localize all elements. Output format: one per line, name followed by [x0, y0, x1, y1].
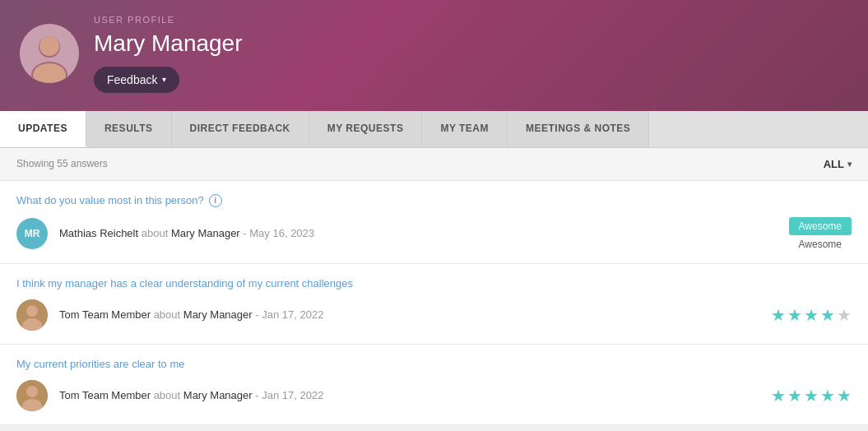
all-filter-label: ALL	[824, 158, 844, 170]
star-2: ★	[787, 305, 802, 325]
info-icon: i	[209, 194, 222, 207]
feedback-button[interactable]: Feedback ▾	[94, 67, 179, 93]
svg-point-3	[39, 36, 59, 56]
feedback-question: My current priorities are clear to me	[16, 358, 852, 370]
chevron-down-icon: ▾	[847, 160, 852, 169]
tab-my-requests[interactable]: MY REQUESTS	[309, 111, 423, 147]
svg-point-6	[26, 305, 38, 317]
star-4: ★	[820, 386, 835, 406]
rating-area: Awesome Awesome	[789, 217, 852, 250]
svg-point-9	[26, 386, 38, 397]
feedback-row: Tom Team Member about Mary Manager - Jan…	[16, 380, 852, 411]
star-2: ★	[787, 386, 802, 406]
feedback-item: My current priorities are clear to me To…	[0, 345, 868, 425]
feedback-meta: Tom Team Member about Mary Manager - Jan…	[59, 308, 759, 321]
tab-my-team[interactable]: MY TEAM	[422, 111, 508, 147]
user-name: Mary Manager	[94, 31, 243, 57]
feedback-question: What do you value most in this person? i	[16, 194, 852, 207]
feedback-item: I think my manager has a clear understan…	[0, 264, 868, 345]
avatar	[16, 380, 48, 411]
feedback-row: MR Mathias Reichelt about Mary Manager -…	[16, 217, 852, 250]
star-1: ★	[771, 386, 786, 406]
tab-meetings-notes[interactable]: MEETINGS & NOTES	[508, 111, 649, 147]
star-3: ★	[804, 386, 819, 406]
header: USER PROFILE Mary Manager Feedback ▾	[0, 0, 868, 111]
showing-count: Showing 55 answers	[16, 158, 108, 169]
tab-results[interactable]: RESULTS	[86, 111, 172, 147]
awesome-label: Awesome	[799, 239, 842, 250]
chevron-down-icon: ▾	[162, 75, 166, 84]
awesome-badge: Awesome	[789, 217, 852, 235]
content-area: Showing 55 answers ALL ▾ What do you val…	[0, 148, 868, 425]
feedback-question: I think my manager has a clear understan…	[16, 277, 852, 290]
star-3: ★	[804, 305, 819, 325]
feedback-meta: Mathias Reichelt about Mary Manager - Ma…	[59, 227, 777, 239]
tab-direct-feedback[interactable]: DIRECT FEEDBACK	[172, 111, 309, 147]
tab-updates[interactable]: UPDATES	[0, 111, 86, 147]
avatar: MR	[16, 218, 48, 249]
feedback-item: What do you value most in this person? i…	[0, 181, 868, 264]
star-4: ★	[820, 305, 835, 325]
stars-rating: ★ ★ ★ ★ ★	[771, 305, 852, 325]
all-filter[interactable]: ALL ▾	[824, 158, 852, 170]
avatar	[16, 299, 48, 331]
feedback-meta: Tom Team Member about Mary Manager - Jan…	[59, 389, 759, 401]
user-profile-label: USER PROFILE	[94, 15, 243, 25]
star-5: ★	[837, 386, 852, 406]
filter-bar: Showing 55 answers ALL ▾	[0, 148, 868, 181]
avatar	[20, 24, 79, 83]
header-info: USER PROFILE Mary Manager Feedback ▾	[94, 15, 243, 93]
stars-rating: ★ ★ ★ ★ ★	[771, 386, 852, 406]
star-5: ★	[837, 305, 852, 325]
star-1: ★	[771, 305, 786, 325]
feedback-row: Tom Team Member about Mary Manager - Jan…	[16, 299, 852, 331]
tabs-bar: UPDATES RESULTS DIRECT FEEDBACK MY REQUE…	[0, 111, 868, 148]
